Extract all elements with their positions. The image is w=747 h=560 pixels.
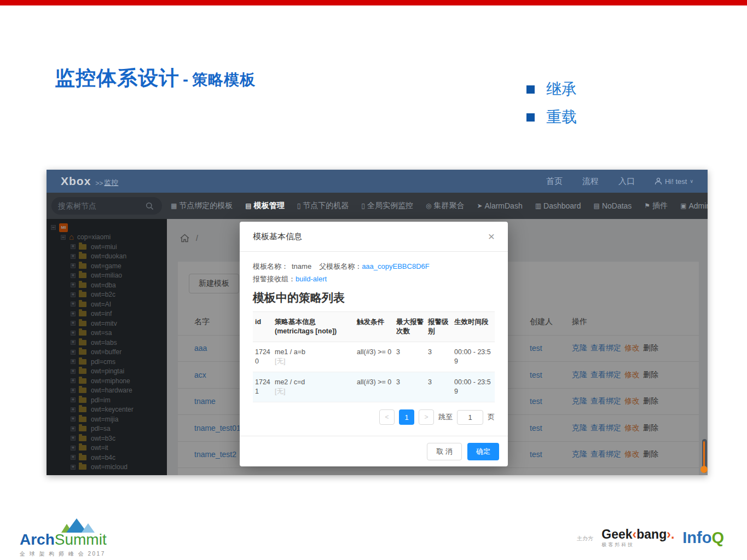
tab-label: AlarmDash (484, 201, 522, 210)
tab-节点绑定的模板[interactable]: ▦节点绑定的模板 (171, 201, 233, 211)
strategy-metric: me1 / a=b (275, 348, 354, 357)
tab-list: ▦节点绑定的模板▤模板管理▯节点下的机器▯全局实例监控◎集群聚合➤AlarmDa… (171, 201, 708, 211)
tab-Admin[interactable]: ▣Admin (680, 201, 708, 210)
geekbang-subtitle: 极客邦科技 (601, 541, 674, 549)
slide-title-main: 监控体系设计 (55, 67, 179, 89)
search-input[interactable] (58, 201, 146, 210)
slide-accent-bar (0, 0, 747, 5)
nav-link-入口[interactable]: 入口 (618, 176, 635, 187)
bullet-item: 重载 (526, 107, 577, 128)
tab-集群聚合[interactable]: ◎集群聚合 (426, 201, 464, 211)
geekbang-bang: bang (636, 527, 667, 541)
geekbang-geek: Geek (601, 527, 632, 541)
strategy-note: [无] (275, 387, 354, 396)
infoq-logo: InfoQ (682, 529, 724, 547)
strategy-id: 17241 (253, 372, 275, 402)
alert-group-link[interactable]: build-alert (296, 275, 327, 283)
bullet-square-icon (526, 113, 535, 122)
template-name-value: tname (292, 262, 311, 270)
tab-插件[interactable]: ⚑插件 (644, 201, 668, 211)
alert-group-line: 报警接收组：build-alert (253, 273, 495, 285)
template-info-modal: 模板基本信息 × 模板名称：tname父模板名称：aaa_copyEBBC8D6… (240, 222, 508, 466)
strategy-table: id 策略基本信息(metric/tags [note]) 触发条件 最大报警次… (253, 311, 495, 402)
tree-search-box[interactable] (51, 197, 162, 215)
tab-icon: ▤ (245, 202, 251, 210)
cancel-button[interactable]: 取 消 (427, 443, 462, 460)
tab-icon: ▣ (680, 202, 686, 210)
header-period: 生效时间段 (454, 312, 495, 342)
strategy-metric: me2 / c=d (275, 378, 354, 387)
bullet-square-icon (526, 85, 535, 94)
tab-icon: ⚑ (644, 202, 650, 210)
confirm-button[interactable]: 确定 (467, 443, 499, 460)
nav-section-link[interactable]: 监控 (104, 178, 118, 188)
logo-crumb: >> (95, 180, 103, 187)
archsummit-summit: Summit (55, 531, 107, 548)
pointer-annotation-line (703, 441, 705, 466)
tab-label: 节点下的机器 (303, 201, 349, 211)
modal-title: 模板基本信息 (253, 232, 302, 242)
header-max-alerts: 最大报警次数 (396, 312, 428, 342)
prev-page-button[interactable]: < (379, 409, 395, 425)
template-name-label: 模板名称： (253, 262, 288, 270)
nav-right: 首页流程入口 Hi! test ∨ (546, 176, 693, 187)
user-menu[interactable]: Hi! test ∨ (655, 177, 693, 186)
strategy-table-body: 17240me1 / a=b[无]all(#3) >= 03300:00 - 2… (253, 342, 495, 402)
bullet-label: 重载 (546, 107, 577, 128)
tab-全局实例监控[interactable]: ▯全局实例监控 (361, 201, 413, 211)
archsummit-arch: Arch (20, 531, 55, 548)
parent-template-label: 父模板名称： (319, 262, 362, 270)
slide-title: 监控体系设计-策略模板 (55, 65, 256, 92)
template-info-line: 模板名称：tname父模板名称：aaa_copyEBBC8D6F (253, 260, 495, 273)
modal-body: 模板名称：tname父模板名称：aaa_copyEBBC8D6F 报警接收组：b… (240, 252, 508, 425)
infoq-info: Info (682, 529, 711, 546)
page-unit-label: 页 (488, 412, 495, 422)
tab-label: NoDatas (602, 201, 632, 210)
slide-title-sub: 策略模板 (192, 71, 256, 88)
tab-Dashboard[interactable]: ▥Dashboard (535, 201, 581, 210)
tab-icon: ◎ (426, 202, 431, 210)
jump-page-input[interactable] (457, 410, 483, 425)
tab-label: 全局实例监控 (367, 201, 413, 211)
strategy-note: [无] (275, 357, 354, 366)
next-page-button[interactable]: > (419, 409, 434, 425)
header-id: id (253, 312, 275, 342)
sponsor-logos: 主办方 Geek‹bang›. 极客邦科技 InfoQ (577, 527, 724, 549)
modal-header: 模板基本信息 × (240, 222, 508, 252)
tab-label: 节点绑定的模板 (179, 201, 233, 211)
tab-icon: ▥ (535, 202, 541, 210)
nav-link-首页[interactable]: 首页 (546, 176, 563, 187)
strategy-period: 00:00 - 23:59 (454, 372, 495, 402)
archsummit-logo: ArchSummit 全 球 架 构 师 峰 会 2017 (20, 518, 107, 558)
tab-NoDatas[interactable]: ▤NoDatas (594, 201, 632, 210)
tab-节点下的机器[interactable]: ▯节点下的机器 (297, 201, 349, 211)
jump-label: 跳至 (438, 412, 453, 422)
tab-icon: ➤ (477, 202, 482, 210)
tab-模板管理[interactable]: ▤模板管理 (245, 201, 284, 211)
tab-AlarmDash[interactable]: ➤AlarmDash (477, 201, 522, 210)
tab-icon: ▯ (361, 202, 365, 210)
page-1-button[interactable]: 1 (399, 409, 414, 425)
header-info: 策略基本信息(metric/tags [note]) (275, 312, 357, 342)
chevron-down-icon: ∨ (690, 178, 693, 184)
pagination: < 1 > 跳至 页 (253, 409, 495, 425)
strategy-list-title: 模板中的策略列表 (253, 290, 495, 305)
nav-link-流程[interactable]: 流程 (582, 176, 599, 187)
header-level: 报警级别 (428, 312, 454, 342)
app-logo: Xbox (61, 175, 91, 188)
strategy-table-header: id 策略基本信息(metric/tags [note]) 触发条件 最大报警次… (253, 311, 495, 342)
tab-icon: ▤ (594, 202, 600, 210)
tab-label: 插件 (652, 201, 668, 211)
geekbang-logo: Geek‹bang›. 极客邦科技 (601, 527, 674, 549)
slide-bullet-list: 继承 重载 (526, 79, 577, 135)
tab-label: Admin (688, 201, 708, 210)
tab-icon: ▦ (171, 202, 177, 210)
strategy-id: 17240 (253, 342, 275, 372)
archsummit-subtitle: 全 球 架 构 师 峰 会 2017 (20, 550, 107, 558)
parent-template-link[interactable]: aaa_copyEBBC8D6F (362, 262, 430, 270)
pointer-annotation-dot (700, 466, 708, 473)
nav-links: 首页流程入口 (546, 176, 635, 187)
user-greeting: Hi! test (665, 177, 687, 186)
close-icon[interactable]: × (488, 231, 495, 242)
strategy-period: 00:00 - 23:59 (454, 342, 495, 372)
